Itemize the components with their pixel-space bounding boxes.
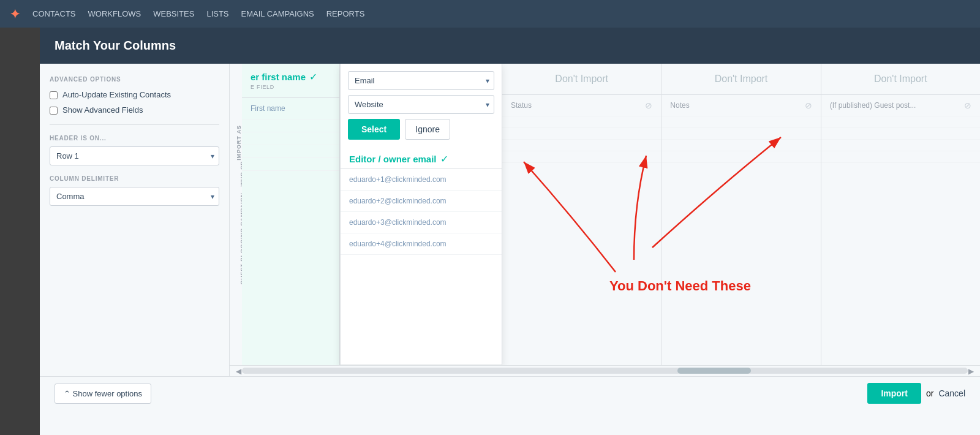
dont-import-columns: Don't Import Status ⊘: [502, 64, 980, 365]
dont-import-col-1: Don't Import Status ⊘: [502, 64, 662, 365]
modal-body: ADVANCED OPTIONS Auto-Update Existing Co…: [40, 64, 980, 376]
email-row-3: eduardo+3@clickminded.com: [341, 212, 502, 233]
or-cancel-text: or: [926, 388, 933, 398]
email-select-wrapper[interactable]: Email First Name Last Name: [348, 71, 494, 90]
show-advanced-label: Show Advanced Fields: [62, 105, 143, 115]
header-row-select[interactable]: Row 1 Row 2 Row 3: [50, 146, 219, 165]
col1-row-4: [502, 140, 661, 151]
first-name-header: er first name ✓ E FIELD: [242, 64, 339, 98]
header-row-select-wrapper[interactable]: Row 1 Row 2 Row 3: [50, 146, 219, 165]
top-navigation: ✦ CONTACTS WORKFLOWS WEBSITES LISTS EMAI…: [0, 0, 980, 28]
modal-container: Match Your Columns ADVANCED OPTIONS Auto…: [40, 28, 980, 435]
delimiter-select-wrapper[interactable]: Comma Tab Semicolon: [50, 187, 219, 206]
fn-data-row-4: [242, 145, 339, 158]
fn-data-row-2: [242, 119, 339, 132]
dropdown-popup: Email First Name Last Name Website: [341, 64, 502, 147]
status-label: Status: [511, 101, 532, 110]
modal-footer: ⌃ Show fewer options Import or Cancel: [40, 376, 980, 410]
auto-update-row[interactable]: Auto-Update Existing Contacts: [50, 90, 219, 99]
nav-websites[interactable]: WEBSITES: [153, 9, 194, 18]
first-name-title: er first name: [251, 72, 306, 82]
column-delimiter-label: COLUMN DELIMITER: [50, 175, 219, 182]
table-area: er first name ✓ E FIELD First name: [242, 64, 980, 365]
modal-header: Match Your Columns: [40, 28, 980, 64]
col2-row-4: [662, 140, 820, 151]
delimiter-select[interactable]: Comma Tab Semicolon: [50, 187, 219, 206]
ignore-button[interactable]: Ignore: [405, 119, 450, 140]
email-select[interactable]: Email First Name Last Name: [348, 71, 494, 90]
nav-email-campaigns[interactable]: EMAIL CAMPAIGNS: [241, 9, 314, 18]
col1-row-2: [502, 116, 661, 128]
auto-update-label: Auto-Update Existing Contacts: [62, 90, 171, 99]
website-select[interactable]: Website Phone Company: [348, 95, 494, 114]
guest-post-label: (If published) Guest post...: [830, 101, 916, 110]
scrollbar-area[interactable]: ◀ ▶: [230, 365, 980, 376]
guest-post-row: (If published) Guest post... ⊘: [821, 95, 980, 116]
dropdown-btn-row: Select Ignore: [348, 119, 494, 140]
col1-row-5: [502, 151, 661, 163]
guest-post-icon: ⊘: [964, 100, 971, 110]
scrollbar-thumb[interactable]: [677, 368, 751, 374]
first-name-check: ✓: [309, 71, 317, 83]
dont-import-label-3: Don't Import: [821, 64, 980, 95]
email-row-4: eduardo+4@clickminded.com: [341, 233, 502, 255]
auto-update-checkbox[interactable]: [50, 91, 58, 99]
col1-row-3: [502, 128, 661, 140]
header-is-on-label: HEADER IS ON...: [50, 135, 219, 142]
dont-import-label-1: Don't Import: [502, 64, 661, 95]
scrollbar-track[interactable]: [242, 368, 968, 374]
cancel-link[interactable]: Cancel: [938, 388, 965, 398]
nav-workflows[interactable]: WORKFLOWS: [88, 9, 141, 18]
nav-reports[interactable]: REPORTS: [326, 9, 365, 18]
email-row-1: eduardo+1@clickminded.com: [341, 169, 502, 191]
editor-owner-header: Editor / owner email ✓: [341, 147, 502, 169]
fn-data-row-3: [242, 132, 339, 145]
show-fewer-button[interactable]: ⌃ Show fewer options: [55, 384, 151, 404]
fn-data-row-1: First name: [242, 98, 339, 119]
first-name-subtitle: E FIELD: [251, 84, 331, 90]
app-logo: ✦: [10, 7, 20, 21]
dont-import-col-2: Don't Import Notes ⊘: [662, 64, 821, 365]
col3-row-5: [821, 151, 980, 163]
status-icon: ⊘: [645, 100, 652, 110]
first-name-column: er first name ✓ E FIELD First name: [242, 64, 340, 365]
col2-row-5: [662, 151, 820, 163]
divider-1: [50, 124, 219, 125]
notes-row: Notes ⊘: [662, 95, 820, 116]
columns-row: er first name ✓ E FIELD First name: [242, 64, 980, 365]
import-button[interactable]: Import: [867, 383, 921, 404]
show-advanced-checkbox[interactable]: [50, 107, 58, 115]
col3-row-2: [821, 116, 980, 128]
select-button[interactable]: Select: [348, 119, 400, 140]
notes-icon: ⊘: [805, 100, 812, 110]
website-select-wrapper[interactable]: Website Phone Company: [348, 95, 494, 114]
left-sidebar: ADVANCED OPTIONS Auto-Update Existing Co…: [40, 64, 230, 376]
fn-data-row-5: [242, 158, 339, 171]
col3-row-4: [821, 140, 980, 151]
dont-import-col-3: Don't Import (If published) Guest post..…: [821, 64, 980, 365]
email-row-2: eduardo+2@clickminded.com: [341, 191, 502, 212]
col3-row-3: [821, 128, 980, 140]
footer-right: Import or Cancel: [867, 383, 965, 404]
nav-lists[interactable]: LISTS: [206, 9, 228, 18]
col2-row-3: [662, 128, 820, 140]
nav-contacts[interactable]: CONTACTS: [32, 9, 76, 18]
status-row: Status ⊘: [502, 95, 661, 116]
modal-title: Match Your Columns: [55, 39, 176, 52]
dropdown-column: Email First Name Last Name Website: [340, 64, 502, 365]
notes-label: Notes: [670, 101, 689, 110]
dont-import-label-2: Don't Import: [662, 64, 820, 95]
show-advanced-row[interactable]: Show Advanced Fields: [50, 105, 219, 115]
editor-owner-check: ✓: [440, 153, 448, 165]
main-content: IMPORT AS GUEST BLOGGING CAMPAIGN - WHO …: [230, 64, 980, 376]
editor-owner-title: Editor / owner email: [349, 154, 437, 164]
col2-row-2: [662, 116, 820, 128]
advanced-options-label: ADVANCED OPTIONS: [50, 76, 219, 83]
